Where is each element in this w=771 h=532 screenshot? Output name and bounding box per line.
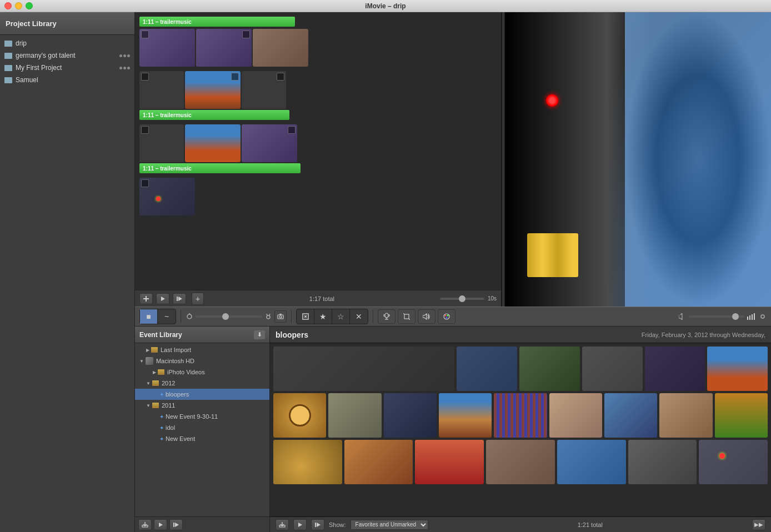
clip-thumb[interactable]	[139, 71, 184, 109]
event-label: bloopers	[166, 391, 189, 398]
media-thumb[interactable]	[328, 393, 381, 438]
speed-slider[interactable]	[196, 315, 262, 318]
svg-point-16	[385, 313, 388, 318]
color-button[interactable]	[438, 309, 455, 324]
clip-thumb[interactable]	[185, 71, 241, 109]
clip-thumb[interactable]	[242, 124, 297, 162]
media-grid[interactable]	[270, 343, 771, 516]
media-thumb[interactable]	[549, 393, 602, 438]
scroll-btn[interactable]: ▶▶	[752, 519, 765, 530]
sidebar-item-idol[interactable]: ✦ idol	[135, 422, 269, 433]
voiceover-button[interactable]	[378, 309, 395, 324]
timeline-area[interactable]: 1:11 – trailermusic	[135, 12, 502, 307]
zoom-slider[interactable]	[440, 298, 484, 300]
media-thumb[interactable]	[344, 440, 413, 484]
media-thumb[interactable]	[273, 440, 342, 484]
clip-thumb[interactable]	[253, 29, 308, 67]
sidebar-item-new-event[interactable]: ✦ New Event	[135, 433, 269, 444]
sidebar-item-2011[interactable]: ▼ 2011	[135, 400, 269, 411]
sidebar-item-iphoto-videos[interactable]: ▶ iPhoto Videos	[135, 367, 269, 378]
clip-thumb[interactable]	[139, 29, 195, 67]
media-thumb[interactable]	[582, 347, 643, 391]
play-from-start-button[interactable]	[173, 293, 186, 304]
show-select[interactable]: Favorites and Unmarked All Clips Favorit…	[351, 520, 428, 530]
crop-button[interactable]	[398, 309, 415, 324]
sidebar-item-germany[interactable]: germany's got talent	[0, 49, 134, 62]
unfavorite-button[interactable]: ☆	[332, 309, 350, 324]
project-list[interactable]: drip germany's got talent My First Proje…	[0, 35, 134, 532]
media-thumb[interactable]	[384, 393, 437, 438]
project-library-header: Project Library	[0, 12, 134, 35]
event-label: 2011	[162, 402, 175, 409]
event-label: Macintosh HD	[156, 358, 194, 364]
media-thumb[interactable]	[273, 347, 454, 391]
import-button[interactable]: ⬇	[254, 330, 265, 339]
timeline-scroll[interactable]: 1:11 – trailermusic	[135, 12, 501, 290]
clip-thumb[interactable]	[242, 71, 286, 109]
event-name: bloopers	[276, 330, 637, 339]
sidebar-item-last-import[interactable]: ▶ Last Import	[135, 344, 269, 355]
media-thumb[interactable]	[273, 393, 326, 438]
event-list[interactable]: ▶ Last Import ▼ Macintosh HD ▶ iPhoto Vi…	[135, 343, 269, 516]
media-thumb[interactable]	[519, 347, 580, 391]
clip-thumb[interactable]	[196, 29, 252, 67]
event-label: New Event	[166, 435, 195, 442]
separator	[291, 310, 292, 323]
media-thumb[interactable]	[659, 393, 712, 438]
media-thumb[interactable]	[628, 440, 697, 484]
clip-thumb[interactable]	[139, 124, 184, 162]
snapshot-button[interactable]	[274, 310, 287, 323]
media-thumb[interactable]	[486, 440, 555, 484]
clip-thumb[interactable]	[139, 178, 195, 215]
svg-point-11	[279, 316, 282, 318]
sidebar-item-drip[interactable]: drip	[0, 37, 134, 49]
event-label: iPhoto Videos	[167, 369, 205, 375]
minimize-button[interactable]	[15, 2, 22, 9]
expand-icon: ▶	[153, 370, 156, 375]
sidebar-item-new-event-9-30-11[interactable]: ✦ New Event 9-30-11	[135, 411, 269, 422]
svg-line-20	[403, 313, 404, 314]
project-label: germany's got talent	[16, 52, 119, 59]
play-full-event-button[interactable]	[169, 519, 183, 530]
play-media-button[interactable]	[293, 519, 307, 530]
import-media-button[interactable]	[276, 519, 289, 530]
maximize-button[interactable]	[26, 2, 33, 9]
sidebar-item-macintosh-hd[interactable]: ▼ Macintosh HD	[135, 355, 269, 367]
add-clip-button[interactable]: +	[192, 293, 204, 305]
waveform-view-button[interactable]: ~	[158, 309, 176, 324]
media-thumb[interactable]	[494, 393, 547, 438]
reject-button[interactable]: ✕	[350, 309, 368, 324]
clip-thumb[interactable]	[185, 124, 241, 162]
scroll-to-end-button[interactable]: ▶▶	[752, 519, 765, 530]
play-full-media-button[interactable]	[311, 519, 324, 530]
select-button[interactable]	[297, 309, 314, 324]
sidebar-item-bloopers[interactable]: ✦ bloopers	[135, 389, 269, 400]
folder-icon	[152, 380, 159, 386]
sidebar-project-library: Project Library drip germany's got talen…	[0, 12, 135, 532]
media-thumb[interactable]	[457, 347, 517, 391]
media-row	[273, 440, 768, 484]
import-event-button[interactable]	[138, 519, 152, 530]
volume-slider[interactable]	[689, 315, 744, 318]
media-thumb[interactable]	[699, 440, 768, 484]
media-thumb[interactable]	[557, 440, 626, 484]
svg-point-24	[447, 315, 449, 317]
play-button[interactable]	[156, 293, 169, 304]
svg-rect-1	[146, 296, 147, 302]
audio-button[interactable]	[418, 309, 435, 324]
media-thumb[interactable]	[645, 347, 705, 391]
play-event-button[interactable]	[154, 519, 167, 530]
favorite-button[interactable]: ★	[314, 309, 332, 324]
green-bar: 1:11 – trailermusic	[139, 17, 295, 27]
media-thumb[interactable]	[604, 393, 657, 438]
sidebar-item-2012[interactable]: ▼ 2012	[135, 378, 269, 389]
media-thumb[interactable]	[415, 440, 484, 484]
sidebar-item-first-project[interactable]: My First Project	[0, 62, 134, 74]
media-thumb[interactable]	[439, 393, 492, 438]
sidebar-item-samuel[interactable]: Samuel	[0, 74, 134, 86]
storyboard-view-button[interactable]: ■	[140, 309, 158, 324]
add-to-timeline-button[interactable]	[139, 293, 153, 304]
media-thumb[interactable]	[715, 393, 768, 438]
media-thumb[interactable]	[707, 347, 768, 391]
close-button[interactable]	[4, 2, 12, 9]
